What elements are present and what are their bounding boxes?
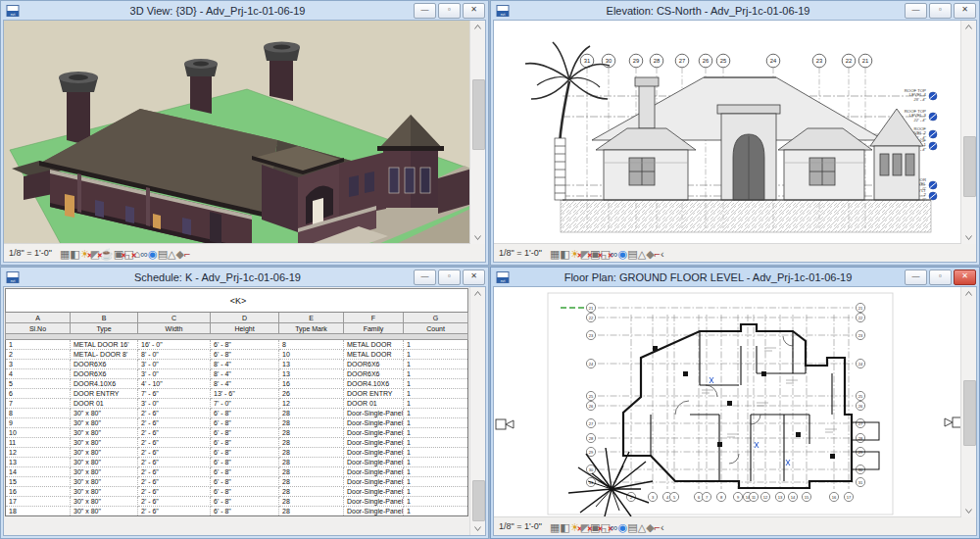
schedule-cell[interactable]: 6' - 8" (211, 448, 279, 458)
view-scale[interactable]: 1/8" = 1'-0" (499, 248, 542, 258)
column-header[interactable]: Count (404, 323, 468, 334)
schedule-cell[interactable]: 6' - 8" (211, 507, 279, 516)
schedule-cell[interactable]: 28 (279, 428, 344, 438)
schedule-cell[interactable]: 30" x 80" (71, 448, 138, 458)
show-crop-region-icon[interactable]: ◱✕ (123, 248, 133, 260)
reveal-constraints-icon[interactable]: ⌐ (184, 248, 190, 260)
column-letter[interactable]: F (344, 313, 404, 323)
restore-button[interactable]: ▫ (438, 3, 461, 19)
schedule-cell[interactable]: 4 (6, 369, 71, 379)
schedule-cell[interactable]: 13 (279, 360, 344, 369)
schedule-cell[interactable]: 7 (6, 399, 71, 409)
schedule-cell[interactable]: 2' - 6" (138, 448, 211, 458)
shadows-icon[interactable]: ◩✕ (580, 248, 590, 260)
schedule-cell[interactable]: 1 (404, 399, 468, 409)
schedule-cell[interactable]: 28 (279, 467, 344, 477)
schedule-cell[interactable]: DOOR4.10X6 (344, 379, 404, 389)
schedule-cell[interactable]: 2' - 6" (138, 497, 211, 507)
schedule-cell[interactable]: 6 (6, 389, 71, 399)
temporary-hide-isolate-icon[interactable]: ∞ (140, 248, 148, 260)
shadows-icon[interactable]: ◩✕ (90, 248, 100, 260)
schedule-cell[interactable]: 6' - 8" (211, 477, 279, 487)
schedule-cell[interactable]: 1 (6, 340, 71, 350)
restore-button[interactable]: ▫ (929, 270, 952, 285)
schedule-cell[interactable]: DOOR4.10X6 (71, 379, 138, 389)
collapse-icon[interactable]: ‹ (661, 521, 664, 533)
column-letter[interactable]: G (404, 313, 468, 323)
schedule-cell[interactable]: 17 (6, 497, 71, 507)
schedule-cell[interactable]: 30" x 80" (71, 409, 138, 418)
show-crop-region-icon[interactable]: ◱✕ (600, 248, 610, 260)
schedule-cell[interactable]: 1 (404, 360, 468, 369)
schedule-cell[interactable]: Door-Single-Panel (344, 487, 404, 497)
schedule-cell[interactable]: 6' - 8" (211, 497, 279, 507)
reveal-hidden-icon[interactable]: ◉ (148, 248, 158, 260)
schedule-cell[interactable]: 28 (279, 507, 344, 516)
vertical-scrollbar[interactable] (960, 287, 976, 517)
schedule-cell[interactable]: METAL DOOR (344, 350, 404, 360)
schedule-cell[interactable]: 30" x 80" (71, 438, 138, 448)
minimize-button[interactable]: — (414, 270, 436, 285)
schedule-cell[interactable]: 15 (6, 477, 71, 487)
show-analytical-icon[interactable]: △ (638, 521, 646, 533)
schedule-cell[interactable]: 6' - 8" (211, 467, 279, 477)
show-rendering-icon[interactable]: ☕ (100, 248, 114, 260)
schedule-cell[interactable]: Door-Single-Panel (344, 507, 404, 516)
schedule-cell[interactable]: 16' - 0" (138, 340, 211, 350)
schedule-cell[interactable]: 7' - 0" (211, 399, 279, 409)
titlebar-3d[interactable]: rvt 3D View: {3D} - Adv_Prj-1c-01-06-19 … (3, 2, 486, 20)
schedule-cell[interactable]: 1 (404, 458, 468, 467)
detail-level-icon[interactable]: ▦ (60, 248, 70, 260)
close-button[interactable]: ✕ (954, 3, 976, 19)
schedule-cell[interactable]: 2' - 6" (138, 467, 211, 477)
schedule-cell[interactable]: 4' - 10" (138, 379, 211, 389)
schedule-cell[interactable]: 28 (279, 477, 344, 487)
floor-plan-canvas[interactable]: 2121222223232424252526262727282829293030… (494, 287, 961, 517)
titlebar-floor-plan[interactable]: rvt Floor Plan: GROUND FLOOR LEVEL - Adv… (493, 269, 977, 286)
column-header[interactable]: Height (211, 323, 279, 334)
restore-button[interactable]: ▫ (438, 270, 461, 285)
schedule-cell[interactable]: 2' - 6" (138, 409, 211, 418)
temporary-view-properties-icon[interactable]: ▤ (627, 521, 637, 533)
schedule-cell[interactable]: DOOR ENTRY (71, 389, 138, 399)
schedule-cell[interactable]: Door-Single-Panel (344, 458, 404, 467)
show-analytical-icon[interactable]: △ (638, 248, 646, 260)
scroll-thumb[interactable] (963, 136, 976, 197)
close-button[interactable]: ✕ (954, 270, 976, 285)
schedule-cell[interactable]: 12 (279, 399, 344, 409)
sun-path-icon[interactable]: ☀✕ (570, 248, 580, 260)
show-analytical-icon[interactable]: △ (168, 248, 175, 260)
column-header[interactable]: Width (138, 323, 211, 334)
schedule-cell[interactable]: 1 (404, 369, 468, 379)
schedule-cell[interactable]: 6' - 8" (211, 340, 279, 350)
schedule-cell[interactable]: DOOR 01 (344, 399, 404, 409)
schedule-cell[interactable]: 2' - 6" (138, 418, 211, 428)
view-scale[interactable]: 1/8" = 1'-0" (9, 248, 52, 258)
schedule-cell[interactable]: 1 (404, 389, 468, 399)
schedule-cell[interactable]: 30" x 80" (71, 477, 138, 487)
schedule-cell[interactable]: 7' - 6" (138, 389, 211, 399)
shadows-icon[interactable]: ◩✕ (580, 521, 590, 533)
schedule-cell[interactable]: 3' - 0" (138, 369, 211, 379)
show-crop-region-icon[interactable]: ◱✕ (600, 521, 610, 533)
minimize-button[interactable]: — (905, 3, 927, 19)
sun-path-icon[interactable]: ☀✕ (570, 521, 580, 533)
schedule-cell[interactable]: 28 (279, 418, 344, 428)
scroll-down-arrow[interactable] (470, 231, 484, 244)
schedule-cell[interactable]: 2' - 6" (138, 477, 211, 487)
schedule-cell[interactable]: 28 (279, 409, 344, 418)
schedule-cell[interactable]: 13' - 6" (211, 389, 279, 399)
schedule-cell[interactable]: 26 (279, 389, 344, 399)
scroll-down-arrow[interactable] (961, 505, 975, 517)
schedule-cell[interactable]: Door-Single-Panel (344, 428, 404, 438)
schedule-cell[interactable]: 1 (404, 487, 468, 497)
schedule-cell[interactable]: 1 (404, 340, 468, 350)
schedule-cell[interactable]: 10 (6, 428, 71, 438)
schedule-cell[interactable]: 1 (404, 467, 468, 477)
schedule-cell[interactable]: 8 (279, 340, 344, 350)
schedule-cell[interactable]: 2' - 6" (138, 438, 211, 448)
schedule-cell[interactable]: 9 (6, 418, 71, 428)
scroll-thumb[interactable] (963, 380, 976, 446)
schedule-cell[interactable]: Door-Single-Panel (344, 438, 404, 448)
3d-view-canvas[interactable] (4, 21, 470, 244)
